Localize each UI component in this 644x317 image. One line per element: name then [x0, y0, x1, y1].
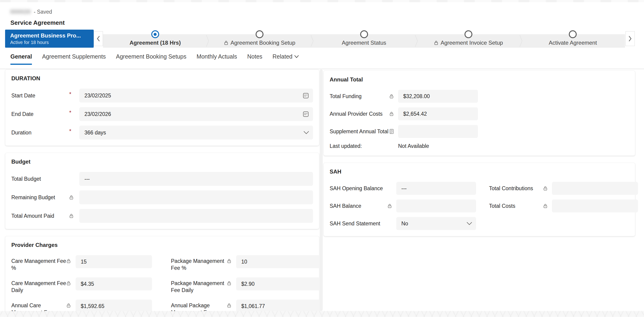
section-duration: DURATION Start Date * 23/02/2025 End Dat…	[5, 70, 319, 146]
lock-icon	[224, 40, 228, 45]
lock-icon	[66, 300, 76, 308]
stage-label: Agreement Invoice Setup	[441, 40, 503, 46]
field-label: Supplement Annual Total	[330, 128, 389, 135]
annual-care-management-fee-input[interactable]: $1,592.65	[76, 300, 152, 312]
bpf-scroll-left-button[interactable]	[94, 31, 103, 46]
field-label: SAH Balance	[330, 202, 388, 210]
tab-monthly-actuals[interactable]: Monthly Actuals	[196, 53, 237, 64]
section-budget: Budget Total Budget --- Remaining Budget	[5, 153, 319, 229]
tab-notes[interactable]: Notes	[247, 53, 262, 64]
field-label: Total Budget	[11, 176, 69, 182]
end-date-input[interactable]: 23/02/2026	[79, 107, 313, 121]
section-title: DURATION	[11, 75, 313, 82]
bpf-stage-agreement-booking-setup[interactable]: Agreement Booking Setup	[207, 34, 312, 48]
lock-icon	[434, 40, 438, 45]
field-total-costs: Total Costs	[489, 200, 638, 212]
care-management-fee-pct-input[interactable]: 15	[76, 255, 152, 268]
section-annual-total: Annual Total Total Funding $32,208.00 An…	[324, 70, 635, 156]
lock-icon	[389, 111, 398, 116]
record-header: 000020 - Saved Service Agreement	[10, 9, 65, 26]
lock-icon	[227, 300, 236, 308]
field-package-management-fee-pct: Package Management Fee % 10	[171, 255, 322, 272]
form-tab-bar: General Agreement Supplements Agreement …	[10, 53, 299, 65]
field-value: $1,592.65	[81, 303, 104, 309]
chevron-down-icon	[294, 55, 299, 58]
lock-icon	[227, 255, 236, 264]
sah-balance-input[interactable]	[396, 200, 476, 212]
field-label: Total Contributions	[489, 185, 543, 192]
record-id-redacted: 000020	[10, 9, 31, 15]
calculator-icon	[389, 129, 398, 134]
annual-package-management-fee-input[interactable]: $1,061.77	[236, 300, 322, 312]
field-total-funding: Total Funding $32,208.00	[330, 90, 629, 103]
bpf-stage-track: Agreement (18 Hrs) Agreement Booking Set…	[103, 34, 625, 48]
field-label: End Date	[11, 110, 69, 118]
field-label: Start Date	[11, 92, 69, 99]
tab-related[interactable]: Related	[272, 53, 299, 64]
sah-opening-balance-input[interactable]: ---	[396, 182, 476, 195]
section-provider-charges: Provider Charges Care Management Fee % 1…	[5, 236, 319, 317]
tab-label: Related	[272, 53, 292, 60]
stage-radio-icon	[256, 30, 264, 38]
blurred-top-strip	[0, 0, 644, 2]
field-value: 23/02/2025	[84, 92, 111, 99]
total-amount-paid-input[interactable]	[79, 209, 313, 223]
lock-icon	[227, 278, 236, 286]
total-contributions-input[interactable]	[552, 182, 638, 195]
remaining-budget-input[interactable]	[79, 190, 313, 204]
left-column-scrollbar[interactable]	[320, 70, 323, 311]
field-value: 23/02/2026	[84, 111, 111, 117]
bpf-stage-activate-agreement[interactable]: Activate Agreement	[521, 34, 625, 48]
provider-charges-row-1: Care Management Fee % 15 Package Managem…	[11, 255, 313, 272]
field-label: Last updated:	[330, 142, 389, 150]
total-costs-input[interactable]	[552, 200, 638, 212]
bpf-stage-agreement-status[interactable]: Agreement Status	[312, 34, 416, 48]
total-budget-input[interactable]: ---	[79, 172, 313, 186]
field-label: Care Management Fee %	[11, 255, 66, 272]
sah-row-1: SAH Opening Balance --- Total Contributi…	[330, 182, 629, 195]
required-marker: *	[69, 88, 79, 98]
package-management-fee-pct-input[interactable]: 10	[236, 255, 322, 268]
field-label: Package Management Fee %	[171, 255, 227, 272]
sah-send-statement-dropdown[interactable]: No	[396, 217, 476, 230]
tab-agreement-booking-setups[interactable]: Agreement Booking Setups	[116, 53, 186, 64]
field-value: 15	[81, 259, 87, 265]
section-title: Budget	[11, 158, 313, 165]
field-label: Total Funding	[330, 93, 389, 100]
bpf-scroll-right-button[interactable]	[626, 31, 635, 46]
required-marker: *	[69, 107, 79, 116]
lock-icon	[543, 204, 552, 208]
start-date-input[interactable]: 23/02/2025	[79, 88, 313, 102]
stage-radio-icon	[569, 30, 577, 38]
field-value: $2.90	[241, 281, 255, 287]
stage-label: Activate Agreement	[549, 40, 597, 46]
bpf-stage-agreement-invoice-setup[interactable]: Agreement Invoice Setup	[416, 34, 520, 48]
supplement-annual-total-input[interactable]	[398, 125, 478, 138]
provider-charges-row-2: Care Management Fee Daily $4.35 Package …	[11, 278, 313, 294]
bpf-process-name: Agreement Business Pro...	[10, 32, 94, 39]
field-end-date: End Date * 23/02/2026	[11, 107, 313, 121]
annual-provider-costs-input[interactable]: $2,654.42	[398, 107, 478, 120]
tab-agreement-supplements[interactable]: Agreement Supplements	[42, 53, 106, 64]
chevron-down-icon	[303, 131, 309, 134]
tab-general[interactable]: General	[10, 53, 32, 65]
calendar-icon[interactable]	[302, 92, 309, 99]
field-total-amount-paid: Total Amount Paid	[11, 209, 313, 223]
field-start-date: Start Date * 23/02/2025	[11, 88, 313, 102]
stage-label: Agreement (18 Hrs)	[130, 40, 181, 46]
right-column: Annual Total Total Funding $32,208.00 An…	[324, 70, 635, 243]
duration-dropdown[interactable]: 366 days	[79, 126, 313, 140]
bpf-active-stage-flyout-button[interactable]: Agreement Business Pro... Active for 18 …	[5, 30, 94, 48]
field-label: Annual Provider Costs	[330, 110, 389, 117]
field-value: 10	[241, 259, 247, 265]
left-column: DURATION Start Date * 23/02/2025 End Dat…	[5, 70, 319, 317]
calendar-icon[interactable]	[302, 110, 309, 118]
total-funding-input[interactable]: $32,208.00	[398, 90, 478, 103]
package-management-fee-daily-input[interactable]: $2.90	[236, 278, 322, 290]
lock-icon	[69, 195, 79, 200]
field-value: ---	[401, 185, 407, 192]
record-status-line: 000020 - Saved	[10, 9, 65, 15]
field-label: Remaining Budget	[11, 194, 69, 201]
care-management-fee-daily-input[interactable]: $4.35	[76, 278, 152, 290]
bpf-stage-agreement[interactable]: Agreement (18 Hrs)	[103, 34, 207, 48]
